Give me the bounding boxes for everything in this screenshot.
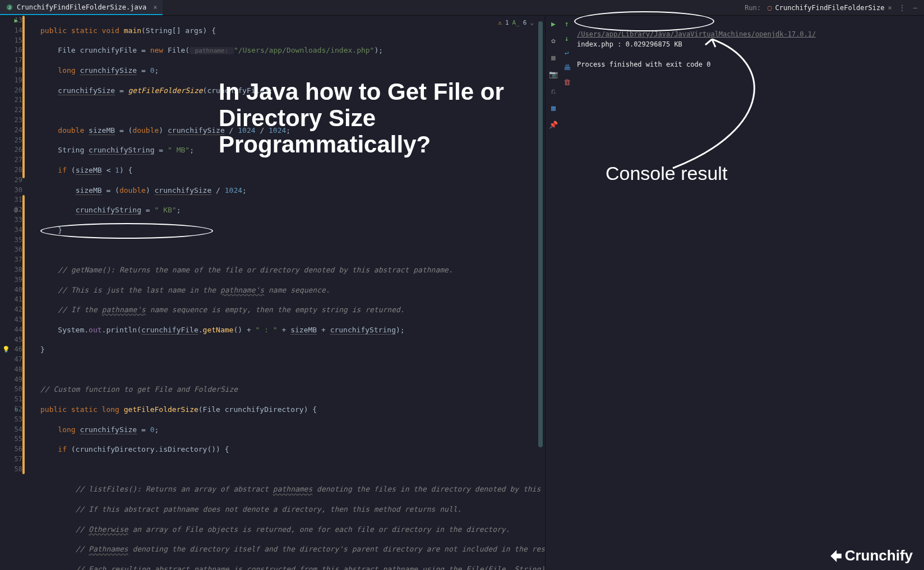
application-icon: ▢ bbox=[768, 4, 771, 12]
console-exit-line: Process finished with exit code 0 bbox=[577, 61, 710, 68]
up-icon[interactable]: ↑ bbox=[562, 19, 571, 28]
print-icon[interactable]: 🖶 bbox=[562, 63, 571, 72]
run-tool-window: ▶ ✿ ■ 📷 ⎌ ▦ 📌 ↑ ↓ ↩ 🖶 🗑 /Users/app/Libra… bbox=[545, 16, 924, 570]
recursive-icon[interactable]: ↻ bbox=[11, 405, 18, 411]
bulb-icon[interactable]: 💡 bbox=[2, 345, 9, 351]
run-config-name: CrunchifyFindFileFolderSize bbox=[775, 4, 884, 12]
file-tab[interactable]: J CrunchifyFindFileFolderSize.java × bbox=[0, 0, 163, 15]
soft-wrap-icon[interactable]: ↩ bbox=[562, 48, 571, 57]
annotation-console-label: Console result bbox=[606, 163, 727, 184]
java-file-icon: J bbox=[6, 3, 13, 11]
crunchify-logo: Crunchify bbox=[828, 547, 913, 564]
settings-icon[interactable]: ✿ bbox=[549, 36, 558, 45]
run-config[interactable]: ▢ CrunchifyFindFileFolderSize × bbox=[768, 4, 892, 12]
console-output[interactable]: /Users/app/Library/Java/JavaVirtualMachi… bbox=[577, 19, 921, 80]
stop-icon[interactable]: ■ bbox=[549, 53, 558, 62]
override-gutter-icon[interactable]: ◎ bbox=[11, 205, 18, 212]
console-result-line: index.php : 0.029296875 KB bbox=[577, 40, 682, 48]
console-path: /Users/app/Library/Java/JavaVirtualMachi… bbox=[577, 30, 816, 38]
close-icon[interactable]: × bbox=[153, 3, 157, 11]
run-header: Run: ▢ CrunchifyFindFileFolderSize × ⋮ — bbox=[738, 0, 924, 16]
line-gutter[interactable]: 13▶ 14 15 16 17 18 19 20 21 22 23 24 25 … bbox=[0, 16, 39, 475]
file-tab-label: CrunchifyFindFileFolderSize.java bbox=[17, 3, 146, 11]
run-label: Run: bbox=[745, 4, 761, 12]
logo-icon bbox=[828, 549, 843, 563]
dump-threads-icon[interactable]: 📷 bbox=[549, 69, 558, 78]
down-icon[interactable]: ↓ bbox=[562, 34, 571, 43]
annotation-title: In Java how to Get File or Directory Siz… bbox=[219, 78, 578, 157]
run-gutter-icon[interactable]: ▶ bbox=[11, 16, 18, 22]
console-toolbar-vertical: ↑ ↓ ↩ 🖶 🗑 bbox=[561, 19, 572, 86]
minimize-icon[interactable]: — bbox=[913, 4, 917, 12]
rerun-icon[interactable]: ▶ bbox=[549, 19, 558, 28]
svg-text:J: J bbox=[8, 5, 11, 10]
close-icon[interactable]: × bbox=[888, 4, 892, 12]
more-icon[interactable]: ⋮ bbox=[899, 4, 907, 12]
